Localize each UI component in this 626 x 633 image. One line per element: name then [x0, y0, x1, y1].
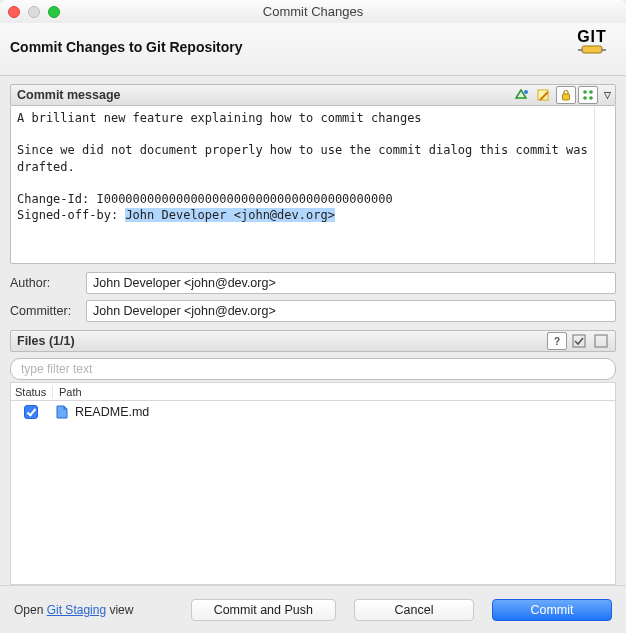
- cancel-button[interactable]: Cancel: [354, 599, 474, 621]
- sign-off-icon[interactable]: [534, 86, 554, 104]
- window-title: Commit Changes: [0, 4, 626, 19]
- column-path[interactable]: Path: [53, 386, 82, 398]
- title-bar: Commit Changes: [0, 0, 626, 23]
- commit-message-selection: John Developer <john@dev.org>: [125, 208, 335, 222]
- svg-rect-2: [601, 49, 606, 51]
- dialog-footer: Open Git Staging view Commit and Push Ca…: [0, 585, 626, 633]
- svg-rect-0: [582, 46, 602, 53]
- svg-point-9: [589, 96, 593, 100]
- zoom-window-button[interactable]: [48, 6, 60, 18]
- commit-button[interactable]: Commit: [492, 599, 612, 621]
- amend-icon[interactable]: [512, 86, 532, 104]
- committer-field[interactable]: [86, 300, 616, 322]
- window-controls: [8, 6, 60, 18]
- git-staging-link[interactable]: Git Staging: [47, 603, 106, 617]
- column-status[interactable]: Status: [11, 386, 53, 398]
- dialog-content: Commit message ▽ A brilliant new feature…: [0, 76, 626, 585]
- commit-message-area[interactable]: A brilliant new feature explaining how t…: [10, 106, 616, 264]
- commit-message-label: Commit message: [17, 88, 121, 102]
- svg-point-8: [583, 96, 587, 100]
- committer-label: Committer:: [10, 304, 80, 318]
- svg-point-7: [589, 90, 593, 94]
- svg-rect-4: [538, 90, 548, 100]
- change-id-icon[interactable]: [578, 86, 598, 104]
- commit-changes-dialog: Commit Changes Commit Changes to Git Rep…: [0, 0, 626, 633]
- files-table-header: Status Path: [11, 383, 615, 401]
- commit-message-section-header: Commit message ▽: [10, 84, 616, 106]
- menu-chevron-icon[interactable]: ▽: [604, 90, 611, 100]
- files-section-header: Files (1/1) ?: [10, 330, 616, 352]
- commit-message-toolbar: ▽: [512, 86, 611, 104]
- svg-point-6: [583, 90, 587, 94]
- footer-buttons: Commit and Push Cancel Commit: [191, 599, 612, 621]
- commit-message-gutter: [595, 106, 615, 263]
- dialog-header: Commit Changes to Git Repository GIT: [0, 23, 626, 76]
- svg-rect-1: [578, 49, 583, 51]
- file-filter-input[interactable]: [10, 358, 616, 380]
- table-row[interactable]: README.md: [11, 401, 615, 423]
- author-field[interactable]: [86, 272, 616, 294]
- identity-fields: Author: Committer:: [10, 272, 616, 322]
- file-icon: [53, 403, 71, 421]
- commit-message-text[interactable]: A brilliant new feature explaining how t…: [11, 106, 595, 263]
- svg-point-3: [524, 90, 528, 94]
- files-table: Status Path README.md: [10, 382, 616, 585]
- check-all-icon[interactable]: [569, 332, 589, 350]
- files-label: Files (1/1): [17, 334, 75, 348]
- file-path: README.md: [75, 405, 149, 419]
- svg-rect-5: [563, 94, 570, 100]
- minimize-window-button[interactable]: [28, 6, 40, 18]
- open-staging-hint: Open Git Staging view: [14, 603, 133, 617]
- svg-rect-11: [595, 335, 607, 347]
- git-logo: GIT: [572, 29, 612, 65]
- commit-and-push-button[interactable]: Commit and Push: [191, 599, 336, 621]
- lock-icon[interactable]: [556, 86, 576, 104]
- repository-icon: [578, 43, 606, 57]
- file-checkbox[interactable]: [24, 405, 38, 419]
- dialog-title: Commit Changes to Git Repository: [10, 39, 243, 55]
- files-toolbar: ?: [547, 332, 611, 350]
- uncheck-all-icon[interactable]: [591, 332, 611, 350]
- help-icon[interactable]: ?: [547, 332, 567, 350]
- svg-rect-10: [573, 335, 585, 347]
- close-window-button[interactable]: [8, 6, 20, 18]
- author-label: Author:: [10, 276, 80, 290]
